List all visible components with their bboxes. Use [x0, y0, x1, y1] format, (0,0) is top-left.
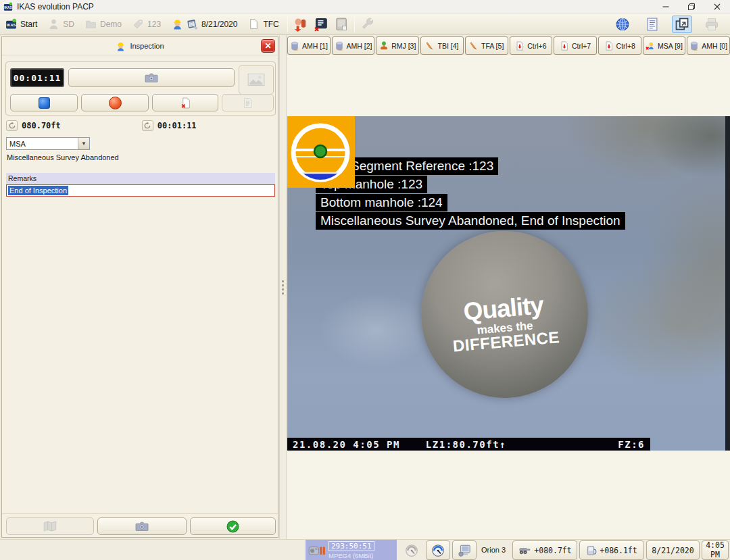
sd-button[interactable]: SD — [43, 16, 80, 33]
doc-export-icon — [560, 41, 569, 51]
folder-icon — [85, 18, 97, 30]
status-date: 8/21/2020 — [646, 540, 700, 560]
tab-amh-0[interactable]: AMH [0] — [687, 36, 730, 55]
protocol-button[interactable] — [222, 94, 274, 111]
site-plan-button[interactable] — [6, 517, 94, 535]
video-overlay-text: Segment Reference :123 Top manhole :123 … — [316, 157, 625, 230]
document-icon — [248, 18, 260, 30]
tab-amh-2[interactable]: AMH [2] — [332, 36, 375, 55]
code-description: Miscellaneous Survey Abandoned — [7, 153, 119, 161]
worker-abandon-icon — [646, 41, 655, 51]
lcd-counter: 00:01:11 — [10, 68, 64, 87]
delete-recording-button[interactable] — [152, 94, 218, 111]
recording-groupbox: 00:01:11 — [5, 61, 276, 116]
osd-datetime: 21.08.20 4:05 PM — [293, 439, 400, 450]
stop-recording-button[interactable] — [10, 94, 78, 111]
monitor-gray-icon — [334, 17, 349, 32]
data-transfer-button[interactable] — [291, 16, 311, 33]
ikas-logo-icon — [5, 18, 17, 30]
counter-button[interactable]: 123 — [127, 16, 166, 33]
settings-button[interactable] — [358, 16, 378, 33]
ball-slogan: Quality makes the DIFFERENCE — [419, 288, 590, 357]
tab-ctrl-7[interactable]: Ctrl+7 — [554, 36, 597, 55]
print-button[interactable] — [702, 16, 722, 33]
minimize-button[interactable] — [653, 0, 679, 14]
refresh-icon — [143, 122, 151, 130]
inspection-icon — [116, 41, 126, 51]
toolbar-separator — [354, 16, 355, 32]
window-title: IKAS evolution PACP — [17, 2, 94, 11]
display-button[interactable] — [331, 16, 351, 33]
operator-icon — [172, 18, 183, 30]
record-button[interactable] — [81, 94, 149, 111]
doc-delete-icon — [180, 97, 191, 109]
person-icon — [48, 18, 59, 30]
crawler-icon — [518, 546, 531, 555]
observation-tabbar: AMH [1] AMH [2] RMJ [3] TBI [4] TFA [5] … — [287, 36, 730, 55]
cable-distance-button[interactable]: +086.1ft — [579, 540, 644, 560]
gauge-button[interactable] — [426, 540, 450, 560]
picture-icon — [247, 73, 265, 86]
web-button[interactable] — [612, 16, 633, 33]
tab-ctrl-6[interactable]: Ctrl+6 — [510, 36, 553, 55]
code-combobox[interactable]: MSA ▼ — [6, 137, 90, 150]
fullscreen-button[interactable] — [672, 16, 692, 33]
report-icon — [645, 17, 660, 32]
start-button[interactable]: Start — [0, 16, 43, 33]
tab-tfa-5[interactable]: TFA [5] — [465, 36, 508, 55]
remarks-input[interactable]: End of Inspection — [6, 184, 275, 197]
crawler-distance-button[interactable]: +080.7ft — [512, 540, 577, 560]
panel-close-button[interactable]: ✕ — [261, 39, 275, 53]
confirm-button[interactable] — [190, 517, 276, 535]
close-button[interactable] — [704, 0, 730, 14]
recording-status-panel: 293:50:51 MPEG4 (6MBit) — [306, 540, 397, 560]
wrench-icon — [360, 17, 375, 32]
status-time: 4:05 PM — [702, 540, 729, 560]
monitor-settings-button[interactable] — [311, 16, 331, 33]
stamp-icon — [379, 41, 389, 51]
video-camera-icon — [308, 544, 326, 557]
tab-tbi-4[interactable]: TBI [4] — [420, 36, 464, 55]
photo-button[interactable] — [97, 517, 187, 535]
record-icon — [109, 97, 122, 109]
brush-icon — [425, 41, 435, 51]
report-button[interactable] — [642, 16, 662, 33]
printer-icon — [704, 17, 719, 32]
cable-reel-icon — [586, 545, 597, 556]
inspection-panel: Inspection ✕ 00:01:11 — [1, 36, 278, 538]
remarks-label: Remarks — [6, 173, 275, 184]
camera-video-view: Quality makes the DIFFERENCE Segment Ref… — [287, 116, 730, 451]
tab-rmj-3[interactable]: RMJ [3] — [376, 36, 419, 55]
manhole-icon — [689, 41, 699, 51]
tab-msa-9[interactable]: MSA [9] — [643, 36, 686, 55]
camera-dome-ball: Quality makes the DIFFERENCE — [421, 231, 588, 398]
restore-button[interactable] — [679, 0, 704, 14]
camera-system-button[interactable] — [452, 540, 477, 560]
picture-button[interactable] — [239, 65, 274, 95]
video-osd-bar: 21.08.20 4:05 PM LZ1:80.70ft↑ FZ:6 — [287, 438, 650, 451]
refresh-time-button[interactable] — [142, 120, 153, 131]
operator-date-button[interactable]: 8/21/2020 — [166, 16, 243, 33]
code-value: MSA — [7, 140, 78, 148]
demo-button[interactable]: Demo — [80, 16, 127, 33]
chevron-down-icon[interactable]: ▼ — [78, 138, 89, 149]
calendar-icon — [187, 18, 198, 30]
manhole-icon — [335, 41, 344, 51]
toolbar-separator — [287, 16, 288, 32]
tfc-button[interactable]: TFC — [243, 16, 284, 33]
tag-icon — [132, 18, 144, 30]
tab-ctrl-8[interactable]: Ctrl+8 — [598, 36, 641, 55]
device-name: Orion 3 — [481, 546, 506, 554]
panel-splitter[interactable] — [279, 35, 287, 539]
recording-time: 293:50:51 — [328, 541, 374, 551]
video-edge — [725, 116, 730, 451]
camera-icon — [145, 73, 158, 82]
gauge-disabled-button[interactable] — [399, 540, 424, 560]
camera-icon — [135, 521, 149, 531]
main-toolbar: Start SD Demo 123 8/21/2020 TFC — [0, 14, 730, 35]
title-bar: IKAS evolution PACP — [0, 0, 730, 14]
counter-row: 080.70ft 00:01:11 — [6, 120, 275, 132]
snapshot-button[interactable] — [68, 68, 235, 87]
refresh-distance-button[interactable] — [6, 120, 18, 131]
tab-amh-1[interactable]: AMH [1] — [287, 36, 331, 55]
